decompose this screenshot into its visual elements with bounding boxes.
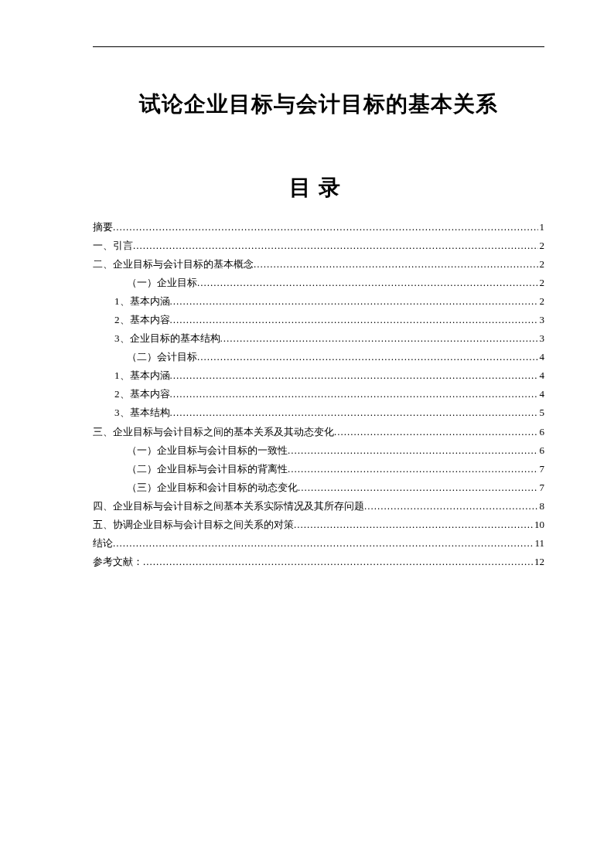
toc-entry-page: 1	[538, 218, 545, 237]
toc-entry-page: 4	[538, 348, 545, 366]
toc-entry-page: 2	[538, 237, 545, 255]
toc-entry-page: 8	[538, 497, 545, 516]
toc-leader-dots	[288, 460, 538, 478]
toc-leader-dots	[254, 255, 538, 274]
toc-entry-page: 4	[538, 385, 545, 403]
toc-leader-dots	[170, 292, 538, 311]
table-of-contents: 摘要1一、引言2二、企业目标与会计目标的基本概念2（一）企业目标21、基本内涵2…	[93, 218, 544, 571]
toc-leader-dots	[143, 553, 533, 571]
toc-entry: 结论11	[93, 534, 544, 553]
toc-entry-label: 五、协调企业目标与会计目标之间关系的对策	[93, 516, 294, 534]
toc-entry: 参考文献：12	[93, 553, 544, 571]
toc-entry-label: 摘要	[93, 218, 113, 237]
toc-entry-label: 四、企业目标与会计目标之间基本关系实际情况及其所存问题	[93, 497, 364, 516]
header-rule	[93, 46, 544, 47]
toc-leader-dots	[170, 403, 538, 422]
toc-entry-label: （一）企业目标与会计目标的一致性	[127, 441, 288, 460]
toc-leader-dots	[288, 441, 538, 460]
toc-entry-page: 7	[538, 478, 545, 497]
document-title: 试论企业目标与会计目标的基本关系	[93, 90, 544, 119]
toc-entry-label: 1、基本内涵	[114, 292, 170, 311]
toc-entry-label: 一、引言	[93, 237, 133, 255]
toc-leader-dots	[170, 385, 538, 403]
toc-entry-label: （一）企业目标	[127, 274, 197, 292]
toc-leader-dots	[364, 497, 538, 516]
toc-entry: 摘要1	[93, 218, 544, 237]
toc-entry: 三、企业目标与会计目标之间的基本关系及其动态变化6	[93, 423, 544, 441]
toc-entry-page: 3	[538, 329, 545, 348]
toc-entry: 3、企业目标的基本结构3	[93, 329, 544, 348]
toc-entry-page: 2	[538, 274, 545, 292]
toc-entry: （三）企业目标和会计目标的动态变化7	[93, 478, 544, 497]
toc-entry-label: 3、基本结构	[114, 403, 170, 422]
toc-entry: 二、企业目标与会计目标的基本概念2	[93, 255, 544, 274]
toc-entry-label: 1、基本内涵	[114, 366, 170, 385]
toc-entry-label: 结论	[93, 534, 113, 553]
toc-entry-label: 2、基本内容	[114, 385, 170, 403]
toc-leader-dots	[220, 329, 538, 348]
toc-entry: 2、基本内容3	[93, 311, 544, 329]
toc-entry-page: 2	[538, 255, 545, 274]
toc-leader-dots	[294, 516, 533, 534]
toc-entry-label: （三）企业目标和会计目标的动态变化	[127, 478, 298, 497]
toc-entry-page: 6	[538, 423, 545, 441]
toc-entry: 2、基本内容4	[93, 385, 544, 403]
toc-entry-page: 12	[533, 553, 544, 571]
toc-leader-dots	[170, 366, 538, 385]
toc-entry-label: （二）会计目标	[127, 348, 197, 366]
toc-entry-page: 6	[538, 441, 545, 460]
toc-leader-dots	[298, 478, 538, 497]
document-page: 试论企业目标与会计目标的基本关系 目录 摘要1一、引言2二、企业目标与会计目标的…	[0, 0, 614, 618]
toc-entry-page: 5	[538, 403, 545, 422]
toc-entry-page: 11	[533, 534, 544, 553]
toc-entry: 一、引言2	[93, 237, 544, 255]
toc-leader-dots	[197, 348, 538, 366]
toc-entry-page: 4	[538, 366, 545, 385]
toc-entry-label: 三、企业目标与会计目标之间的基本关系及其动态变化	[93, 423, 334, 441]
toc-entry-page: 7	[538, 460, 545, 478]
toc-entry-page: 10	[533, 516, 544, 534]
toc-entry: 四、企业目标与会计目标之间基本关系实际情况及其所存问题8	[93, 497, 544, 516]
toc-leader-dots	[113, 218, 538, 237]
toc-entry-page: 2	[538, 292, 545, 311]
toc-entry: 五、协调企业目标与会计目标之间关系的对策10	[93, 516, 544, 534]
toc-entry-label: 3、企业目标的基本结构	[114, 329, 220, 348]
toc-leader-dots	[133, 237, 538, 255]
toc-leader-dots	[197, 274, 538, 292]
toc-entry: （二）会计目标4	[93, 348, 544, 366]
toc-entry-label: （二）企业目标与会计目标的背离性	[127, 460, 288, 478]
toc-entry-label: 参考文献：	[93, 553, 143, 571]
toc-entry: 1、基本内涵2	[93, 292, 544, 311]
toc-entry: 3、基本结构5	[93, 403, 544, 422]
toc-entry: （一）企业目标2	[93, 274, 544, 292]
toc-entry-label: 二、企业目标与会计目标的基本概念	[93, 255, 254, 274]
toc-entry: （一）企业目标与会计目标的一致性6	[93, 441, 544, 460]
toc-leader-dots	[334, 423, 538, 441]
toc-entry-label: 2、基本内容	[114, 311, 170, 329]
toc-heading: 目录	[93, 173, 544, 203]
toc-entry-page: 3	[538, 311, 545, 329]
toc-leader-dots	[170, 311, 538, 329]
toc-entry: 1、基本内涵4	[93, 366, 544, 385]
toc-leader-dots	[113, 534, 533, 553]
toc-entry: （二）企业目标与会计目标的背离性7	[93, 460, 544, 478]
